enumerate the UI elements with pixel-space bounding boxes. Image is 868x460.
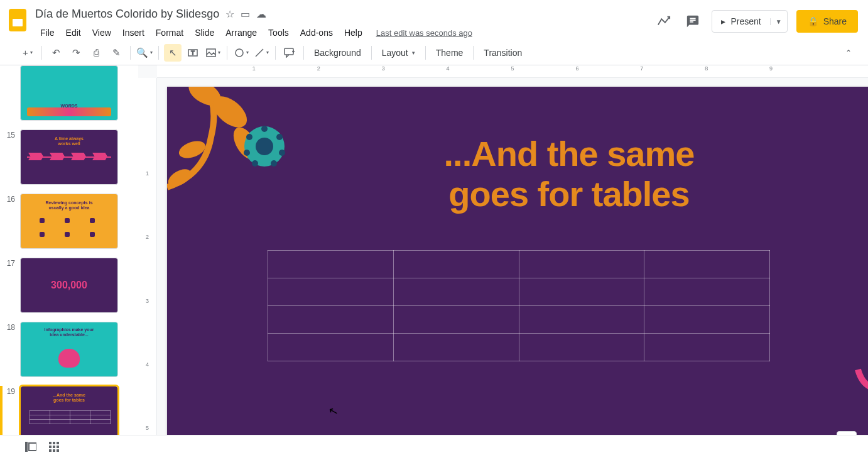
svg-point-5 xyxy=(236,49,243,57)
svg-rect-44 xyxy=(57,446,59,448)
select-tool[interactable]: ↖ xyxy=(164,44,182,62)
print-button[interactable]: ⎙ xyxy=(87,44,105,62)
comment-tool[interactable] xyxy=(281,44,298,62)
thumbnail-row[interactable]: 16Reviewing concepts isusually a good id… xyxy=(0,194,133,249)
svg-point-20 xyxy=(271,160,277,167)
menu-format[interactable]: Format xyxy=(151,25,188,40)
slide-thumbnail[interactable]: 300,000 xyxy=(20,258,118,313)
thumbnail-row[interactable]: WORDS xyxy=(0,65,133,121)
svg-rect-45 xyxy=(49,449,52,452)
thumb-number: 16 xyxy=(0,194,20,204)
svg-rect-43 xyxy=(53,446,55,448)
separator xyxy=(425,46,426,60)
menu-file[interactable]: File xyxy=(35,25,60,40)
move-icon[interactable]: ▭ xyxy=(241,8,250,20)
paint-format-button[interactable]: ✎ xyxy=(107,44,125,62)
svg-rect-38 xyxy=(29,443,36,451)
slide-thumbnail[interactable]: ...And the samegoes for tables xyxy=(20,386,118,441)
separator xyxy=(158,46,159,60)
thumb-title: 300,000 xyxy=(21,280,117,291)
undo-button[interactable]: ↶ xyxy=(47,44,65,62)
filmstrip-view-icon[interactable] xyxy=(25,442,36,454)
layout-button[interactable]: Layout xyxy=(376,44,421,62)
cursor-icon: ↖ xyxy=(327,403,339,419)
separator xyxy=(227,46,227,60)
thumb-title: Infographics make youridea understable..… xyxy=(21,327,117,337)
present-dropdown[interactable]: ▼ xyxy=(770,18,787,25)
slide-thumbnail[interactable]: Reviewing concepts isusually a good idea xyxy=(20,194,118,249)
slide-thumbnail[interactable]: Infographics make youridea understable..… xyxy=(20,322,118,377)
svg-rect-46 xyxy=(53,449,55,452)
svg-rect-7 xyxy=(285,48,293,55)
slide-thumbnail[interactable]: A time alwaysworks well xyxy=(20,129,118,185)
separator xyxy=(130,46,131,60)
thumb-number: 19 xyxy=(0,386,20,396)
grid-view-icon[interactable] xyxy=(49,442,59,454)
menu-insert[interactable]: Insert xyxy=(117,25,149,40)
line-tool[interactable] xyxy=(252,44,270,62)
thumb-number: 17 xyxy=(0,258,20,268)
svg-rect-39 xyxy=(49,442,52,444)
svg-rect-1 xyxy=(13,19,23,26)
comments-icon[interactable] xyxy=(683,11,703,31)
thumbnail-row[interactable]: 19...And the samegoes for tables xyxy=(0,386,133,441)
menu-help[interactable]: Help xyxy=(339,25,367,40)
star-icon[interactable]: ☆ xyxy=(225,8,234,20)
svg-point-23 xyxy=(246,134,252,140)
main-area: WORDS15A time alwaysworks well16Reviewin… xyxy=(0,65,868,460)
app-logo[interactable] xyxy=(5,8,30,33)
slide-title[interactable]: ...And the same goes for tables xyxy=(444,134,695,215)
menu-view[interactable]: View xyxy=(87,25,116,40)
activity-icon[interactable] xyxy=(654,11,674,31)
svg-point-19 xyxy=(279,150,285,156)
slide-table[interactable] xyxy=(268,250,770,361)
new-slide-button[interactable]: + xyxy=(19,44,36,62)
thumb-title: A time alwaysworks well xyxy=(21,136,117,146)
thumbnail-row[interactable]: 15A time alwaysworks well xyxy=(0,129,133,185)
svg-text:T: T xyxy=(191,50,195,56)
svg-rect-37 xyxy=(25,442,28,452)
last-edit-link[interactable]: Last edit was seconds ago xyxy=(376,28,472,38)
lock-icon: 🔒 xyxy=(808,16,818,26)
toolbar: + ↶ ↷ ⎙ ✎ 🔍 ↖ T Background Layout Theme … xyxy=(0,40,868,65)
header: Día de Muertos Colorido by Slidesgo ☆ ▭ … xyxy=(0,0,868,40)
svg-rect-41 xyxy=(57,442,59,444)
separator xyxy=(303,46,304,60)
menu-tools[interactable]: Tools xyxy=(263,25,294,40)
separator xyxy=(371,46,372,60)
separator xyxy=(41,46,42,60)
slide-canvas[interactable]: ...And the same goes for tables ↖ xyxy=(167,87,868,460)
decoration-top-left xyxy=(167,87,324,238)
doc-title[interactable]: Día de Muertos Colorido by Slidesgo xyxy=(35,8,219,21)
svg-line-6 xyxy=(256,49,263,57)
menu-addons[interactable]: Add-ons xyxy=(295,25,338,40)
background-button[interactable]: Background xyxy=(308,44,367,62)
present-button[interactable]: ▸Present ▼ xyxy=(712,10,787,33)
title-area: Día de Muertos Colorido by Slidesgo ☆ ▭ … xyxy=(35,5,654,40)
menu-arrange[interactable]: Arrange xyxy=(220,25,262,40)
textbox-tool[interactable]: T xyxy=(184,44,202,62)
thumb-number xyxy=(0,65,20,67)
slide-thumbnail[interactable]: WORDS xyxy=(20,65,118,121)
menu-edit[interactable]: Edit xyxy=(61,25,86,40)
ruler-vertical: 12345 xyxy=(138,78,157,460)
share-button[interactable]: 🔒Share xyxy=(796,10,858,33)
image-tool[interactable] xyxy=(204,44,222,62)
transition-button[interactable]: Transition xyxy=(477,44,528,62)
collapse-toolbar-icon[interactable]: ⌃ xyxy=(842,45,855,61)
zoom-button[interactable]: 🔍 xyxy=(136,44,153,62)
svg-point-22 xyxy=(244,150,250,156)
shape-tool[interactable] xyxy=(232,44,250,62)
slide-thumbnails[interactable]: WORDS15A time alwaysworks well16Reviewin… xyxy=(0,65,138,460)
cloud-icon[interactable]: ☁ xyxy=(256,8,266,20)
thumbnail-row[interactable]: 17300,000 xyxy=(0,258,133,313)
thumb-title: Reviewing concepts isusually a good idea xyxy=(21,200,117,210)
svg-point-21 xyxy=(252,160,258,167)
svg-rect-42 xyxy=(49,446,52,448)
play-icon: ▸ xyxy=(721,16,725,26)
canvas-area: 123456789 12345 xyxy=(138,65,868,460)
theme-button[interactable]: Theme xyxy=(430,44,470,62)
menu-slide[interactable]: Slide xyxy=(190,25,219,40)
thumbnail-row[interactable]: 18Infographics make youridea understable… xyxy=(0,322,133,377)
redo-button[interactable]: ↷ xyxy=(67,44,85,62)
